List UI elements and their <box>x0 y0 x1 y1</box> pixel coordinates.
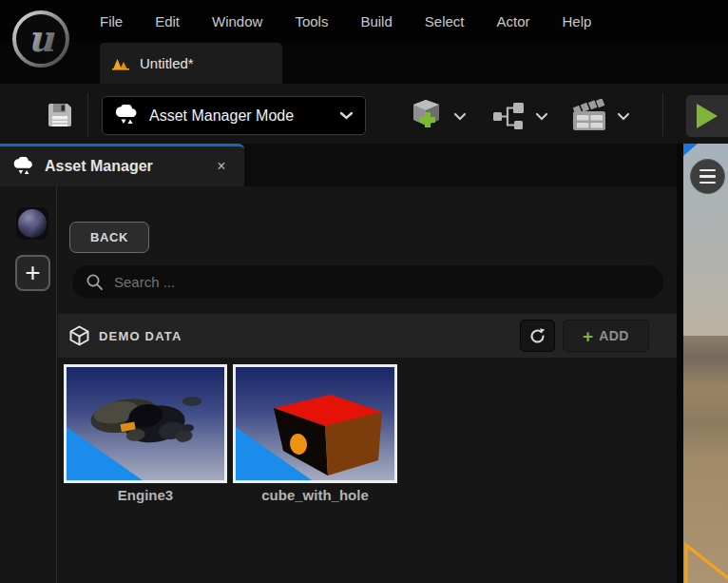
tab-title: Asset Manager <box>45 158 153 175</box>
asset-manager-cloud-icon <box>12 157 35 177</box>
tab-asset-manager[interactable]: Asset Manager × <box>0 144 244 186</box>
section-header-demo-data: DEMO DATA + ADD <box>58 314 677 358</box>
refresh-button[interactable] <box>520 320 555 352</box>
mode-dropdown-label: Asset Manager Mode <box>149 107 294 125</box>
panel-splitter[interactable] <box>677 144 683 583</box>
blueprints-button[interactable] <box>490 97 548 135</box>
level-mountains-icon <box>112 57 130 70</box>
level-tab-untitled[interactable]: Untitled* <box>100 43 282 84</box>
chevron-down-icon <box>453 112 467 121</box>
engine-model-render <box>67 367 224 480</box>
play-icon <box>697 104 718 128</box>
asset-thumbnail-engine3[interactable] <box>64 364 227 483</box>
viewport-strip[interactable] <box>683 144 728 583</box>
cinematics-button[interactable] <box>570 97 630 135</box>
add-button-label: ADD <box>599 328 629 343</box>
asset-name-label: Engine3 <box>64 487 227 503</box>
chevron-down-icon <box>339 111 354 120</box>
project-sphere-button[interactable] <box>16 207 48 240</box>
asset-manager-panel: Asset Manager × + BACK <box>0 144 677 583</box>
asset-thumbnail-cube-with-hole[interactable] <box>233 364 397 483</box>
asset-manager-cloud-icon <box>114 105 140 126</box>
panel-tab-bar: Asset Manager × <box>0 144 677 186</box>
chevron-down-icon <box>617 112 630 121</box>
chevron-down-icon <box>535 112 548 121</box>
toolbar-divider <box>662 93 663 136</box>
toolbar-divider <box>87 93 88 136</box>
cube-model-render <box>236 367 394 480</box>
plus-icon: + <box>583 327 593 345</box>
add-content-button[interactable] <box>409 97 467 135</box>
back-button[interactable]: BACK <box>69 222 149 253</box>
panel-body: + BACK <box>0 186 677 583</box>
package-cube-icon <box>69 325 89 346</box>
unreal-editor-window: u File Edit Window Tools Build Select Ac… <box>0 0 728 583</box>
add-content-cube-icon <box>409 97 447 135</box>
level-tab-label: Untitled* <box>140 55 194 71</box>
refresh-icon <box>528 327 546 345</box>
menu-actor[interactable]: Actor <box>480 13 546 29</box>
sphere-thumbnail-icon <box>18 209 47 238</box>
section-title: DEMO DATA <box>99 329 182 343</box>
menu-build[interactable]: Build <box>344 13 408 29</box>
blueprints-node-icon <box>490 100 528 132</box>
selection-outline <box>683 144 728 583</box>
panel-content: BACK <box>58 186 677 583</box>
unreal-engine-logo-icon: u <box>10 8 72 70</box>
menu-select[interactable]: Select <box>409 13 481 29</box>
save-button[interactable] <box>44 99 76 131</box>
asset-manager-mode-dropdown[interactable]: Asset Manager Mode <box>102 96 366 135</box>
menu-tools[interactable]: Tools <box>278 13 344 29</box>
main-area: Asset Manager × + BACK <box>0 144 728 583</box>
menu-file[interactable]: File <box>84 13 139 29</box>
cinematics-clapper-icon <box>570 99 610 133</box>
sidebar-add-button[interactable]: + <box>15 255 50 291</box>
add-asset-button[interactable]: + ADD <box>563 320 649 352</box>
main-menu-bar: File Edit Window Tools Build Select Acto… <box>84 0 607 42</box>
menu-window[interactable]: Window <box>196 13 278 29</box>
panel-sidebar: + <box>0 186 57 583</box>
search-magnifier-icon <box>86 273 104 291</box>
close-tab-icon[interactable]: × <box>207 146 236 186</box>
menu-help[interactable]: Help <box>546 13 608 29</box>
play-button[interactable] <box>686 95 728 137</box>
save-floppy-icon <box>46 101 74 129</box>
svg-text:u: u <box>28 17 55 60</box>
search-bar[interactable] <box>72 265 663 299</box>
asset-name-label: cube_with_hole <box>233 487 397 503</box>
menu-edit[interactable]: Edit <box>139 13 196 29</box>
search-input[interactable] <box>114 274 650 290</box>
